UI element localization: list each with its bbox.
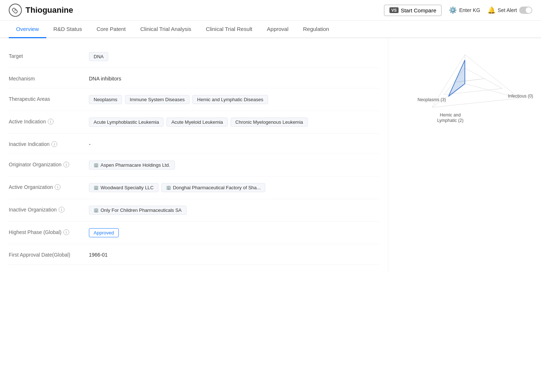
therapeutic-areas-row: Therapeutic Areas Neoplasms Immune Syste… [9, 88, 379, 111]
tab-approval[interactable]: Approval [260, 21, 296, 38]
org-icon-2: 🏢 [166, 185, 171, 190]
highest-phase-info-icon[interactable]: i [63, 229, 69, 235]
first-approval-date: 1966-01 [89, 251, 107, 258]
tab-clinical-trial-analysis[interactable]: Clinical Trial Analysis [133, 21, 199, 38]
therapeutic-tag-0[interactable]: Neoplasms [89, 95, 122, 104]
radar-chart: Neoplasms (3) Infectious (0) Hemic and L… [394, 45, 535, 126]
kg-icon: ⚙️ [449, 6, 457, 14]
active-org-tag-1[interactable]: 🏢 Donghai Pharmaceutical Factory of Sha.… [161, 183, 266, 192]
inactive-indication-value: - [89, 140, 379, 147]
header-actions: VS Start Compare ⚙️ Enter KG 🔔 Set Alert [384, 5, 532, 16]
tab-rd-status[interactable]: R&D Status [46, 21, 89, 38]
therapeutic-areas-label: Therapeutic Areas [9, 95, 89, 102]
inactive-org-info-icon[interactable]: i [59, 207, 64, 213]
highest-phase-label: Highest Phase (Global) i [9, 228, 89, 235]
target-value: DNA [89, 52, 379, 61]
mechanism-label: Mechanism [9, 75, 89, 82]
svg-text:Neoplasms (3): Neoplasms (3) [417, 97, 446, 102]
active-indication-info-icon[interactable]: i [48, 119, 54, 124]
highest-phase-row: Highest Phase (Global) i Approved [9, 222, 379, 244]
set-alert-button[interactable]: 🔔 Set Alert [487, 6, 532, 14]
target-row: Target DNA [9, 45, 379, 68]
tab-regulation[interactable]: Regulation [296, 21, 337, 38]
mechanism-text: DNA inhibitors [89, 75, 121, 82]
left-panel: Target DNA Mechanism DNA inhibitors Ther… [0, 38, 388, 272]
svg-text:Hemic and: Hemic and [440, 112, 460, 118]
originator-tag-0[interactable]: 🏢 Aspen Pharmacare Holdings Ltd. [89, 161, 175, 170]
inactive-org-row: Inactive Organization i 🏢 Only For Child… [9, 199, 379, 222]
inactive-indication-dash: - [89, 140, 91, 147]
originator-org-row: Originator Organization i 🏢 Aspen Pharma… [9, 154, 379, 177]
indication-tag-2[interactable]: Chronic Myelogenous Leukemia [231, 118, 308, 127]
svg-text:Infectious (0): Infectious (0) [508, 94, 533, 99]
active-indication-label: Active Indication i [9, 118, 89, 124]
active-indication-row: Active Indication i Acute Lymphoblastic … [9, 111, 379, 134]
svg-text:Lymphatic (2): Lymphatic (2) [437, 118, 463, 123]
inactive-indication-info-icon[interactable]: i [51, 141, 57, 147]
therapeutic-tag-2[interactable]: Hemic and Lymphatic Diseases [192, 95, 268, 104]
svg-marker-7 [448, 60, 465, 96]
right-panel: Neoplasms (3) Infectious (0) Hemic and L… [388, 38, 541, 272]
inactive-indication-label: Inactive Indication i [9, 140, 89, 147]
highest-phase-value: Approved [89, 228, 379, 237]
therapeutic-tag-1[interactable]: Immune System Diseases [125, 95, 189, 104]
target-tag[interactable]: DNA [89, 52, 108, 61]
tab-core-patent[interactable]: Core Patent [89, 21, 133, 38]
start-compare-button[interactable]: VS Start Compare [384, 5, 442, 16]
enter-kg-label: Enter KG [459, 7, 480, 13]
indication-tag-0[interactable]: Acute Lymphoblastic Leukemia [89, 118, 164, 127]
alert-toggle[interactable] [519, 7, 532, 14]
start-compare-label: Start Compare [401, 7, 436, 13]
nav-tabs: Overview R&D Status Core Patent Clinical… [0, 21, 541, 38]
enter-kg-button[interactable]: ⚙️ Enter KG [449, 6, 480, 14]
compare-icon: VS [389, 7, 399, 13]
target-label: Target [9, 52, 89, 59]
originator-org-info-icon[interactable]: i [63, 162, 69, 167]
active-org-tag-0[interactable]: 🏢 Woodward Specialty LLC [89, 183, 158, 192]
indication-tag-1[interactable]: Acute Myeloid Leukemia [166, 118, 228, 127]
first-approval-value: 1966-01 [89, 251, 379, 258]
mechanism-value: DNA inhibitors [89, 75, 379, 82]
tab-clinical-trial-result[interactable]: Clinical Trial Result [199, 21, 260, 38]
active-org-row: Active Organization i 🏢 Woodward Special… [9, 177, 379, 199]
page-header: Thioguanine VS Start Compare ⚙️ Enter KG… [0, 0, 541, 21]
first-approval-label: First Approval Date(Global) [9, 251, 89, 258]
first-approval-row: First Approval Date(Global) 1966-01 [9, 244, 379, 265]
main-content: Target DNA Mechanism DNA inhibitors Ther… [0, 38, 541, 272]
therapeutic-areas-value: Neoplasms Immune System Diseases Hemic a… [89, 95, 379, 104]
alert-icon: 🔔 [487, 6, 495, 14]
org-icon-0: 🏢 [94, 163, 99, 167]
originator-org-value: 🏢 Aspen Pharmacare Holdings Ltd. [89, 161, 379, 170]
inactive-org-tag-0[interactable]: 🏢 Only For Children Pharmaceuticals SA [89, 206, 187, 215]
inactive-org-value: 🏢 Only For Children Pharmaceuticals SA [89, 206, 379, 215]
originator-org-label: Originator Organization i [9, 161, 89, 167]
active-org-label: Active Organization i [9, 183, 89, 190]
mechanism-row: Mechanism DNA inhibitors [9, 68, 379, 88]
inactive-org-label: Inactive Organization i [9, 206, 89, 213]
drug-title: Thioguanine [26, 5, 73, 15]
active-indication-value: Acute Lymphoblastic Leukemia Acute Myelo… [89, 118, 379, 127]
org-icon-1: 🏢 [94, 185, 99, 190]
active-org-value: 🏢 Woodward Specialty LLC 🏢 Donghai Pharm… [89, 183, 379, 192]
tab-overview[interactable]: Overview [9, 21, 46, 38]
drug-icon [9, 4, 22, 17]
org-icon-3: 🏢 [94, 208, 99, 213]
highest-phase-tag[interactable]: Approved [89, 228, 119, 237]
set-alert-label: Set Alert [498, 7, 517, 13]
inactive-indication-row: Inactive Indication i - [9, 134, 379, 154]
active-org-info-icon[interactable]: i [55, 184, 60, 190]
